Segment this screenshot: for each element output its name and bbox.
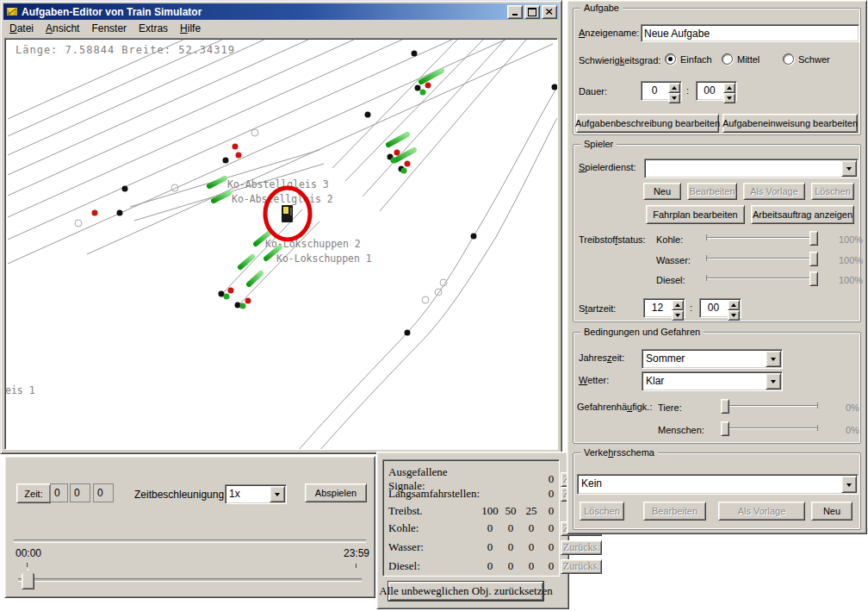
time-field-seconds[interactable]: 0 [93, 483, 114, 502]
kohle-slider-thumb[interactable] [809, 231, 818, 246]
radio-schwer-icon [783, 53, 794, 65]
time-field-minutes[interactable]: 0 [70, 483, 90, 502]
dauer-separator: : [686, 85, 689, 96]
startzeit-separator: : [690, 302, 692, 313]
spieler-loeschen-button[interactable]: Löschen [811, 183, 854, 200]
dauer-minutes-value: 00 [697, 84, 722, 97]
arbeitsauftrag-anzeigen-button[interactable]: Arbeitsauftrag anzeigen [751, 205, 854, 224]
spin-up-icon[interactable] [728, 300, 740, 310]
abspielen-button[interactable]: Abspielen [305, 483, 367, 502]
wetter-value: Klar [646, 375, 765, 387]
jahreszeit-select[interactable]: Sommer [642, 349, 783, 369]
fahrplan-bearbeiten-button[interactable]: Fahrplan bearbeiten [646, 205, 745, 224]
spieler-als-vorlage-button[interactable]: Als Vorlage [743, 183, 805, 200]
dauer-hours-spinner[interactable]: 0 [641, 81, 682, 101]
menschen-slider-thumb[interactable] [721, 421, 729, 436]
wasser-v4: 0 [542, 540, 561, 554]
kohle-row: Kohle: 0 0 0 0 Zurücks. [388, 519, 559, 538]
timeline-slider-thumb[interactable] [22, 569, 34, 589]
menschen-slider-label: Menschen: [658, 425, 704, 435]
map-canvas[interactable]: Länge: 7.58844 Breite: 52.34319 Ko-Abste… [4, 38, 558, 450]
spin-down-icon[interactable] [672, 310, 684, 321]
verkehr-als-vorlage-button[interactable]: Als Vorlage [718, 502, 805, 521]
wasser-slider-thumb[interactable] [809, 252, 818, 266]
verkehr-bearbeiten-button[interactable]: Bearbeiten [643, 502, 706, 521]
minimize-button[interactable] [507, 5, 523, 19]
radio-einfach[interactable]: Einfach [665, 53, 712, 65]
menu-extras[interactable]: Extras [133, 21, 174, 36]
dauer-hours-value: 0 [642, 84, 667, 97]
chevron-down-icon[interactable] [766, 373, 781, 390]
reset-all-objects-button[interactable]: Alle unbeweglichen Obj. zurücksetzen [388, 582, 543, 601]
kohle-slider[interactable] [706, 230, 818, 245]
wasser-v2: 0 [500, 540, 521, 554]
anzeigename-label: Anzeigename: [579, 28, 639, 38]
diesel-row: Diesel: 0 0 0 0 Zurücks. [388, 557, 559, 576]
anzeigename-input[interactable] [641, 24, 859, 42]
radio-mittel[interactable]: Mittel [722, 53, 760, 65]
wetter-select[interactable]: Klar [642, 371, 783, 391]
time-acceleration-select[interactable]: 1x [225, 484, 287, 504]
diesel-slider-thumb[interactable] [809, 271, 818, 286]
close-button[interactable] [542, 5, 557, 19]
jahreszeit-label: Jahreszeit: [579, 352, 624, 363]
aufgabeneinweisung-button[interactable]: Aufgabeneinweisung bearbeiten [722, 114, 858, 133]
schwierigkeitsgrad-label: Schwierigkeitsgrad: [579, 55, 660, 65]
spin-up-icon[interactable] [672, 300, 684, 310]
spin-down-icon[interactable] [728, 310, 740, 321]
langsam-label: Langsamfahrstellen: [388, 487, 480, 501]
wasser-row: Wasser: 0 0 0 0 Zurücks. [388, 538, 559, 557]
verkehr-neu-button[interactable]: Neu [811, 502, 852, 521]
chevron-down-icon[interactable] [841, 476, 857, 493]
spin-up-icon[interactable] [723, 83, 735, 93]
menschen-slider[interactable] [721, 421, 818, 435]
menu-ansicht[interactable]: Ansicht [40, 21, 85, 36]
track-label-lokschuppen-1: Ko-Lokschuppen 1 [276, 253, 372, 265]
wasser-slider[interactable] [706, 251, 818, 265]
diesel-reset-button[interactable]: Zurücks. [561, 559, 602, 574]
startzeit-hours-spinner[interactable]: 12 [643, 298, 685, 318]
aufgabe-group-title: Aufgabe [580, 2, 623, 15]
editor-window: Aufgaben-Editor von Train Simulator Date… [0, 0, 562, 454]
maximize-button[interactable] [524, 5, 540, 19]
menu-datei[interactable]: Datei [3, 21, 40, 36]
jahreszeit-value: Sommer [646, 352, 765, 365]
verkehr-loeschen-button[interactable]: Löschen [580, 502, 624, 521]
spielerdienst-select[interactable] [644, 159, 859, 178]
reset-status-box: Ausgefallene Signale: 0 Zurücks. Langsam… [382, 459, 560, 577]
fuel-header-0: 0 [542, 504, 561, 518]
verkehrsschema-select[interactable]: Kein [577, 474, 859, 495]
radio-einfach-label: Einfach [680, 54, 712, 65]
chevron-down-icon[interactable] [270, 486, 285, 502]
tiere-slider-thumb[interactable] [721, 399, 729, 414]
track-label-gleis-1-truncated: eis 1 [5, 384, 35, 396]
startzeit-minutes-spinner[interactable]: 00 [699, 298, 741, 318]
diesel-slider[interactable] [706, 271, 818, 285]
spieler-neu-button[interactable]: Neu [643, 183, 681, 200]
chevron-down-icon[interactable] [841, 160, 857, 177]
spieler-bearbeiten-button[interactable]: Bearbeiten [687, 183, 737, 200]
chevron-down-icon[interactable] [766, 351, 781, 367]
title-bar[interactable]: Aufgaben-Editor von Train Simulator [3, 3, 559, 20]
wasser-v3: 0 [521, 540, 542, 554]
tiere-slider[interactable] [721, 398, 818, 413]
spin-up-icon[interactable] [668, 83, 680, 93]
zeit-button[interactable]: Zeit: [16, 483, 51, 503]
fuel-header-25: 25 [521, 504, 542, 518]
kohle-slider-label: Kohle: [656, 234, 683, 245]
menu-fenster[interactable]: Fenster [85, 21, 133, 36]
kohle-v1: 0 [480, 521, 500, 535]
radio-schwer[interactable]: Schwer [783, 53, 830, 65]
task-properties-panel: Aufgabe Anzeigename: Schwierigkeitsgrad:… [567, 0, 867, 534]
gefahrenhaeufigkeit-label: Gefahrenhäufigk.: [577, 402, 652, 412]
time-field-hours[interactable]: 0 [50, 483, 68, 502]
fuel-pump-icon[interactable] [282, 205, 293, 222]
langsam-row: Langsamfahrstellen: 0 Zurücks. [388, 484, 559, 503]
menu-hilfe[interactable]: Hilfe [174, 21, 207, 36]
timeline-slider-track[interactable] [18, 578, 362, 582]
spin-down-icon[interactable] [723, 93, 735, 103]
dauer-minutes-spinner[interactable]: 00 [696, 81, 737, 101]
wasser-reset-button[interactable]: Zurücks. [561, 540, 602, 555]
aufgabenbeschreibung-button[interactable]: Aufgabenbeschreibung bearbeiten [576, 114, 719, 133]
spin-down-icon[interactable] [668, 93, 680, 103]
